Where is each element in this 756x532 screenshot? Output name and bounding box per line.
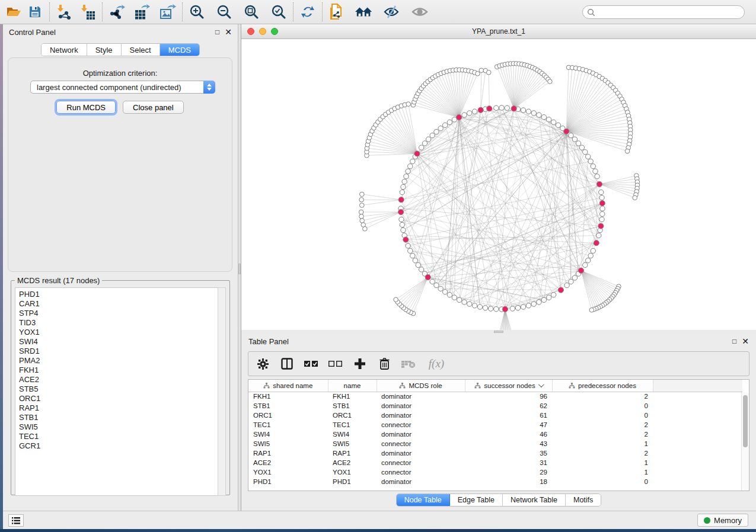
table-row[interactable]: PHD1PHD1dominator180 xyxy=(248,477,742,486)
network-node[interactable] xyxy=(486,70,491,75)
zoom-selected-icon[interactable] xyxy=(270,3,288,21)
tab-edge-table[interactable]: Edge Table xyxy=(450,494,503,506)
result-node-item[interactable]: STP4 xyxy=(19,309,218,318)
network-node[interactable] xyxy=(442,290,447,294)
network-node[interactable] xyxy=(483,306,487,310)
network-node[interactable] xyxy=(359,210,363,214)
network-node[interactable] xyxy=(401,184,406,189)
network-node[interactable] xyxy=(452,295,457,300)
network-node[interactable] xyxy=(591,248,595,253)
network-node[interactable] xyxy=(585,154,590,159)
network-node[interactable] xyxy=(594,241,599,246)
network-node[interactable] xyxy=(569,133,573,137)
float-panel-icon[interactable]: □ xyxy=(732,338,736,345)
network-node[interactable] xyxy=(564,283,569,287)
menu-list-icon[interactable] xyxy=(8,514,24,527)
close-panel-button[interactable]: Close panel xyxy=(123,101,184,114)
network-node[interactable] xyxy=(515,306,520,310)
network-node[interactable] xyxy=(360,219,365,223)
table-row[interactable]: RAP1RAP1dominator352 xyxy=(248,448,742,458)
network-node[interactable] xyxy=(467,302,472,306)
result-node-item[interactable]: YOX1 xyxy=(19,328,218,337)
columns-icon[interactable] xyxy=(280,357,294,371)
clone-network-icon[interactable] xyxy=(328,3,346,21)
network-node[interactable] xyxy=(467,111,472,116)
network-node[interactable] xyxy=(457,114,462,120)
network-node[interactable] xyxy=(583,262,588,267)
tab-mcds[interactable]: MCDS xyxy=(160,44,199,56)
network-node[interactable] xyxy=(406,243,410,248)
column-header-name[interactable]: name xyxy=(328,380,377,392)
network-node[interactable] xyxy=(487,106,492,111)
network-node[interactable] xyxy=(359,192,364,197)
network-node[interactable] xyxy=(400,222,404,227)
import-network-icon[interactable] xyxy=(55,3,73,21)
splitter-handle[interactable] xyxy=(494,331,503,333)
network-node[interactable] xyxy=(438,286,443,291)
table-row[interactable]: TEC1TEC1connector472 xyxy=(248,420,742,430)
network-node[interactable] xyxy=(596,233,601,238)
network-node[interactable] xyxy=(537,113,541,117)
result-node-item[interactable]: STB1 xyxy=(19,413,218,422)
network-node[interactable] xyxy=(479,68,484,73)
result-scrollbar[interactable] xyxy=(218,287,226,496)
network-node[interactable] xyxy=(494,105,499,110)
network-node[interactable] xyxy=(422,141,427,146)
result-node-item[interactable]: RAP1 xyxy=(19,403,218,413)
gear-icon[interactable] xyxy=(256,357,270,371)
hide-eye-icon[interactable] xyxy=(382,3,400,21)
tab-motifs[interactable]: Motifs xyxy=(566,494,601,506)
network-node[interactable] xyxy=(414,151,420,156)
network-node[interactable] xyxy=(633,196,637,200)
network-node[interactable] xyxy=(434,283,439,287)
network-node[interactable] xyxy=(558,287,563,293)
result-node-item[interactable]: TEC1 xyxy=(19,432,218,441)
network-node[interactable] xyxy=(531,111,536,116)
delete-icon[interactable] xyxy=(377,357,391,371)
result-node-item[interactable]: SWI5 xyxy=(19,422,218,432)
deselect-all-icon[interactable] xyxy=(328,357,343,371)
network-node[interactable] xyxy=(359,197,364,202)
export-table-icon[interactable] xyxy=(133,3,151,21)
network-node[interactable] xyxy=(413,258,417,262)
table-row[interactable]: ORC1ORC1dominator610 xyxy=(248,411,742,420)
network-node[interactable] xyxy=(404,174,409,179)
network-node[interactable] xyxy=(564,129,569,134)
column-header-shared-name[interactable]: shared name xyxy=(248,380,328,392)
network-node[interactable] xyxy=(438,126,443,130)
result-node-item[interactable]: SRD1 xyxy=(19,347,218,356)
result-node-item[interactable]: ACE2 xyxy=(19,375,218,384)
network-node[interactable] xyxy=(595,174,599,179)
network-node[interactable] xyxy=(537,300,541,305)
add-icon[interactable] xyxy=(353,357,367,371)
network-node[interactable] xyxy=(499,105,504,110)
result-node-item[interactable]: PMA2 xyxy=(19,356,218,366)
network-node[interactable] xyxy=(398,197,404,203)
network-node[interactable] xyxy=(476,71,480,76)
network-node[interactable] xyxy=(426,137,430,142)
tab-select[interactable]: Select xyxy=(122,44,160,56)
network-node[interactable] xyxy=(494,307,499,312)
network-node[interactable] xyxy=(434,129,439,134)
result-node-item[interactable]: FKH1 xyxy=(19,366,218,375)
tab-node-table[interactable]: Node Table xyxy=(397,494,450,506)
network-node[interactable] xyxy=(599,201,605,206)
network-node[interactable] xyxy=(472,109,477,114)
close-panel-icon[interactable]: ✕ xyxy=(225,28,232,36)
network-node[interactable] xyxy=(596,181,602,187)
network-node[interactable] xyxy=(402,179,407,184)
memory-button[interactable]: Memory xyxy=(697,514,748,527)
table-row[interactable]: FKH1FKH1dominator962 xyxy=(248,392,742,401)
network-node[interactable] xyxy=(599,217,604,222)
function-icon[interactable]: f(x) xyxy=(426,357,447,371)
network-node[interactable] xyxy=(399,217,404,222)
network-node[interactable] xyxy=(531,302,536,306)
network-node[interactable] xyxy=(548,79,553,84)
show-eye-icon[interactable] xyxy=(411,3,429,21)
network-node[interactable] xyxy=(572,275,577,280)
network-node[interactable] xyxy=(599,190,604,194)
network-node[interactable] xyxy=(585,258,590,262)
network-node[interactable] xyxy=(398,209,404,214)
network-titlebar[interactable]: YPA_prune.txt_1 xyxy=(241,24,756,39)
table-row[interactable]: YOX1YOX1connector291 xyxy=(248,467,742,477)
